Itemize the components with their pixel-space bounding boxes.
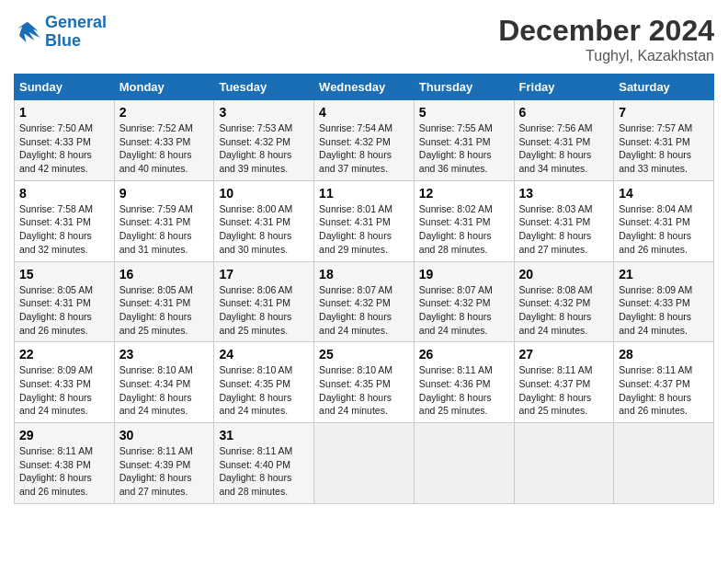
month-title: December 2024 (498, 14, 714, 48)
cell-text: Sunrise: 8:04 AMSunset: 4:31 PMDaylight:… (619, 202, 709, 257)
svg-marker-0 (17, 22, 40, 43)
calendar-cell: 19Sunrise: 8:07 AMSunset: 4:32 PMDayligh… (414, 261, 514, 342)
calendar-cell: 9Sunrise: 7:59 AMSunset: 4:31 PMDaylight… (114, 180, 214, 261)
day-number: 18 (319, 267, 409, 282)
calendar-cell (514, 423, 614, 504)
cell-text: Sunrise: 8:11 AMSunset: 4:39 PMDaylight:… (119, 444, 210, 499)
day-number: 29 (19, 428, 109, 442)
calendar-cell (414, 423, 514, 504)
day-number: 19 (419, 267, 509, 282)
cell-text: Sunrise: 8:08 AMSunset: 4:32 PMDaylight:… (519, 283, 609, 338)
calendar-cell: 21Sunrise: 8:09 AMSunset: 4:33 PMDayligh… (614, 261, 714, 342)
calendar-cell: 4Sunrise: 7:54 AMSunset: 4:32 PMDaylight… (314, 100, 415, 181)
calendar-cell: 27Sunrise: 8:11 AMSunset: 4:37 PMDayligh… (514, 342, 614, 423)
calendar-cell (614, 423, 714, 504)
cell-text: Sunrise: 8:07 AMSunset: 4:32 PMDaylight:… (419, 283, 509, 338)
day-number: 13 (519, 186, 609, 201)
day-number: 7 (619, 105, 709, 120)
cell-text: Sunrise: 8:09 AMSunset: 4:33 PMDaylight:… (19, 363, 109, 418)
day-number: 30 (119, 428, 210, 442)
cell-text: Sunrise: 8:05 AMSunset: 4:31 PMDaylight:… (119, 283, 210, 338)
day-number: 31 (219, 428, 309, 442)
dow-header-tuesday: Tuesday (214, 75, 314, 100)
day-number: 24 (219, 347, 309, 362)
calendar-cell: 29Sunrise: 8:11 AMSunset: 4:38 PMDayligh… (15, 423, 115, 504)
day-of-week-header-row: SundayMondayTuesdayWednesdayThursdayFrid… (15, 75, 714, 100)
calendar-table: SundayMondayTuesdayWednesdayThursdayFrid… (14, 74, 714, 504)
cell-text: Sunrise: 8:07 AMSunset: 4:32 PMDaylight:… (319, 283, 409, 338)
day-number: 2 (119, 105, 210, 120)
day-number: 3 (219, 105, 309, 120)
calendar-week-5: 29Sunrise: 8:11 AMSunset: 4:38 PMDayligh… (15, 423, 714, 504)
logo-subtext: Blue (45, 32, 107, 51)
cell-text: Sunrise: 8:00 AMSunset: 4:31 PMDaylight:… (219, 202, 309, 257)
day-number: 11 (319, 186, 409, 201)
calendar-cell: 12Sunrise: 8:02 AMSunset: 4:31 PMDayligh… (414, 180, 514, 261)
location-title: Tughyl, Kazakhstan (498, 48, 714, 64)
cell-text: Sunrise: 8:11 AMSunset: 4:40 PMDaylight:… (219, 444, 309, 499)
day-number: 9 (119, 186, 210, 201)
dow-header-thursday: Thursday (414, 75, 514, 100)
cell-text: Sunrise: 8:09 AMSunset: 4:33 PMDaylight:… (619, 283, 709, 338)
logo-icon (14, 18, 41, 46)
calendar-cell: 18Sunrise: 8:07 AMSunset: 4:32 PMDayligh… (314, 261, 415, 342)
logo-text: General (45, 14, 107, 32)
cell-text: Sunrise: 8:10 AMSunset: 4:35 PMDaylight:… (219, 363, 309, 418)
calendar-cell: 16Sunrise: 8:05 AMSunset: 4:31 PMDayligh… (114, 261, 214, 342)
calendar-cell: 25Sunrise: 8:10 AMSunset: 4:35 PMDayligh… (314, 342, 415, 423)
calendar-body: 1Sunrise: 7:50 AMSunset: 4:33 PMDaylight… (15, 100, 714, 504)
cell-text: Sunrise: 8:05 AMSunset: 4:31 PMDaylight:… (19, 283, 109, 338)
cell-text: Sunrise: 7:56 AMSunset: 4:31 PMDaylight:… (519, 121, 609, 176)
cell-text: Sunrise: 7:54 AMSunset: 4:32 PMDaylight:… (319, 121, 409, 176)
cell-text: Sunrise: 8:03 AMSunset: 4:31 PMDaylight:… (519, 202, 609, 257)
day-number: 16 (119, 267, 210, 282)
day-number: 10 (219, 186, 309, 201)
cell-text: Sunrise: 8:11 AMSunset: 4:36 PMDaylight:… (419, 363, 509, 418)
calendar-cell: 17Sunrise: 8:06 AMSunset: 4:31 PMDayligh… (214, 261, 314, 342)
calendar-week-3: 15Sunrise: 8:05 AMSunset: 4:31 PMDayligh… (15, 261, 714, 342)
day-number: 1 (19, 105, 109, 120)
cell-text: Sunrise: 8:06 AMSunset: 4:31 PMDaylight:… (219, 283, 309, 338)
calendar-cell: 23Sunrise: 8:10 AMSunset: 4:34 PMDayligh… (114, 342, 214, 423)
calendar-week-2: 8Sunrise: 7:58 AMSunset: 4:31 PMDaylight… (15, 180, 714, 261)
calendar-cell: 10Sunrise: 8:00 AMSunset: 4:31 PMDayligh… (214, 180, 314, 261)
calendar-cell: 14Sunrise: 8:04 AMSunset: 4:31 PMDayligh… (614, 180, 714, 261)
calendar-cell: 3Sunrise: 7:53 AMSunset: 4:32 PMDaylight… (214, 100, 314, 181)
calendar-cell: 31Sunrise: 8:11 AMSunset: 4:40 PMDayligh… (214, 423, 314, 504)
day-number: 23 (119, 347, 210, 362)
calendar-cell: 6Sunrise: 7:56 AMSunset: 4:31 PMDaylight… (514, 100, 614, 181)
day-number: 15 (19, 267, 109, 282)
day-number: 27 (519, 347, 609, 362)
dow-header-sunday: Sunday (15, 75, 115, 100)
calendar-cell: 7Sunrise: 7:57 AMSunset: 4:31 PMDaylight… (614, 100, 714, 181)
cell-text: Sunrise: 8:02 AMSunset: 4:31 PMDaylight:… (419, 202, 509, 257)
dow-header-friday: Friday (514, 75, 614, 100)
calendar-cell: 8Sunrise: 7:58 AMSunset: 4:31 PMDaylight… (15, 180, 115, 261)
dow-header-saturday: Saturday (614, 75, 714, 100)
cell-text: Sunrise: 7:50 AMSunset: 4:33 PMDaylight:… (19, 121, 109, 176)
cell-text: Sunrise: 7:53 AMSunset: 4:32 PMDaylight:… (219, 121, 309, 176)
dow-header-monday: Monday (114, 75, 214, 100)
cell-text: Sunrise: 7:59 AMSunset: 4:31 PMDaylight:… (119, 202, 210, 257)
calendar-cell: 20Sunrise: 8:08 AMSunset: 4:32 PMDayligh… (514, 261, 614, 342)
day-number: 4 (319, 105, 409, 120)
day-number: 22 (19, 347, 109, 362)
cell-text: Sunrise: 8:11 AMSunset: 4:37 PMDaylight:… (519, 363, 609, 418)
day-number: 8 (19, 186, 109, 201)
day-number: 5 (419, 105, 509, 120)
calendar-cell: 1Sunrise: 7:50 AMSunset: 4:33 PMDaylight… (15, 100, 115, 181)
cell-text: Sunrise: 7:52 AMSunset: 4:33 PMDaylight:… (119, 121, 210, 176)
day-number: 6 (519, 105, 609, 120)
calendar-cell: 24Sunrise: 8:10 AMSunset: 4:35 PMDayligh… (214, 342, 314, 423)
title-block: December 2024 Tughyl, Kazakhstan (498, 14, 714, 64)
dow-header-wednesday: Wednesday (314, 75, 415, 100)
calendar-cell: 5Sunrise: 7:55 AMSunset: 4:31 PMDaylight… (414, 100, 514, 181)
cell-text: Sunrise: 7:55 AMSunset: 4:31 PMDaylight:… (419, 121, 509, 176)
calendar-week-4: 22Sunrise: 8:09 AMSunset: 4:33 PMDayligh… (15, 342, 714, 423)
logo: General Blue (14, 14, 107, 51)
cell-text: Sunrise: 8:11 AMSunset: 4:38 PMDaylight:… (19, 444, 109, 499)
cell-text: Sunrise: 8:01 AMSunset: 4:31 PMDaylight:… (319, 202, 409, 257)
cell-text: Sunrise: 7:57 AMSunset: 4:31 PMDaylight:… (619, 121, 709, 176)
day-number: 12 (419, 186, 509, 201)
cell-text: Sunrise: 8:10 AMSunset: 4:34 PMDaylight:… (119, 363, 210, 418)
